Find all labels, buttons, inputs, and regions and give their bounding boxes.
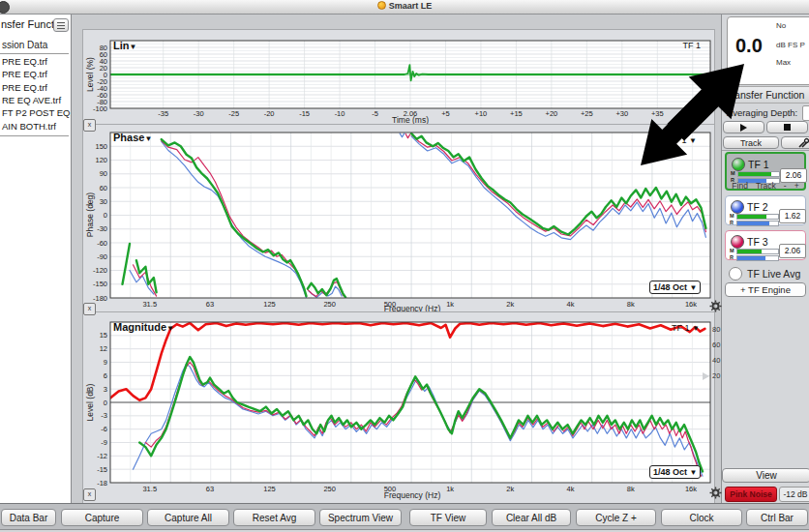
- tf-engine-led: [731, 200, 744, 214]
- tf-engine-controls: FindTrack-+: [727, 181, 804, 191]
- toolbar-button-data-bar[interactable]: Data Bar: [1, 509, 56, 526]
- tf-engine-card-2[interactable]: TF 2MR1.62: [725, 195, 806, 225]
- toolbar-button-spectrum-view[interactable]: Spectrum View: [319, 509, 402, 526]
- tf-control--[interactable]: +: [794, 181, 799, 191]
- smaart-window: Smaart LE nsfer Function ssion Data PRE …: [0, 0, 809, 532]
- svg-text:-6: -6: [101, 425, 107, 433]
- toolbar-button-tf-view[interactable]: TF View: [409, 509, 487, 526]
- sidebar-file-item[interactable]: PRE EQ.trf: [2, 56, 47, 69]
- tf-live-avg-led[interactable]: [729, 267, 742, 281]
- impulse-plot-type-selector[interactable]: Lin▼: [113, 40, 136, 51]
- tf-control-find[interactable]: Find: [732, 181, 748, 191]
- panel-section-title: Transfer Function: [721, 86, 809, 103]
- tf-delay-value[interactable]: 2.06: [779, 244, 806, 258]
- toolbar-button-capture-all[interactable]: Capture All: [147, 509, 229, 526]
- app-icon: [377, 1, 386, 10]
- meter-r-fill: [737, 222, 769, 225]
- tf-engine-card-1[interactable]: TF 1MR2.06FindTrack-+: [725, 152, 806, 191]
- svg-text:31.5: 31.5: [142, 300, 157, 309]
- svg-text:250: 250: [323, 485, 336, 493]
- right-scale-value: 80: [712, 325, 720, 334]
- magnitude-plot-pane: 15129630-3-6-9-12-15-1831.5631252505001k…: [82, 311, 715, 505]
- svg-text:+25: +25: [581, 109, 593, 118]
- svg-text:-3: -3: [101, 411, 107, 420]
- svg-text:+20: +20: [546, 109, 558, 118]
- svg-text:-25: -25: [228, 109, 239, 118]
- titlebar: Smaart LE: [0, 0, 809, 15]
- meter-m-fill: [738, 172, 771, 176]
- readout-units-label: dB FS P: [776, 41, 805, 49]
- svg-text:-12: -12: [97, 452, 107, 460]
- phase-chart-svg: 1501209060300-30-60-90-120-150-18031.563…: [83, 125, 714, 312]
- svg-text:15: 15: [100, 331, 107, 340]
- toolbar-button-clock[interactable]: Clock: [661, 509, 742, 526]
- toolbar-button-reset-avg[interactable]: Reset Avg: [233, 509, 315, 526]
- close-pane-icon[interactable]: x: [83, 119, 96, 132]
- svg-text:-30: -30: [97, 224, 107, 233]
- averaging-depth-label: Averaging Depth:: [727, 107, 797, 118]
- sidebar-file-item[interactable]: FT P2 POST EQ.trf: [2, 107, 72, 120]
- svg-text:90: 90: [100, 169, 107, 178]
- meter-m-label: M: [730, 248, 734, 253]
- pink-noise-button[interactable]: Pink Noise: [725, 487, 777, 502]
- view-button[interactable]: View: [722, 468, 809, 483]
- sidebar-file-item[interactable]: PRE EQ.trf: [2, 82, 47, 95]
- toolbar-button-ctrl-bar[interactable]: Ctrl Bar: [746, 509, 808, 526]
- sidebar-divider: [0, 135, 69, 136]
- phase-trace-selector[interactable]: TF 1 ▼: [669, 135, 697, 145]
- svg-text:16k: 16k: [685, 485, 697, 493]
- svg-text:-10: -10: [335, 109, 345, 118]
- track-button[interactable]: Track: [723, 136, 779, 149]
- right-scale-value: 20: [712, 371, 720, 380]
- stop-button[interactable]: [766, 121, 808, 133]
- pink-noise-level[interactable]: -12 dB: [779, 487, 809, 502]
- bottom-toolbar: Data BarCaptureCapture AllReset AvgSpect…: [0, 503, 809, 532]
- meter-m-label: M: [731, 170, 735, 176]
- tf-delay-value[interactable]: 1.62: [779, 209, 806, 223]
- svg-text:-100: -100: [93, 104, 107, 113]
- toolbar-button-cycle-z-[interactable]: Cycle Z +: [576, 509, 656, 526]
- svg-text:-60: -60: [97, 239, 107, 248]
- phase-plot-type-selector[interactable]: Phase▼: [113, 132, 152, 143]
- gear-icon[interactable]: [709, 300, 722, 312]
- magnitude-trace-selector[interactable]: TF 1 ▼: [672, 323, 700, 333]
- level-readout-card: 0.0 No dB FS P Max: [727, 16, 809, 85]
- averaging-depth-input[interactable]: [802, 105, 809, 121]
- right-scale-value: 40: [712, 356, 720, 365]
- sidebar-file-item[interactable]: AIN BOTH.trf: [2, 121, 56, 133]
- toolbar-button-capture[interactable]: Capture: [61, 509, 143, 526]
- readout-source-label: No: [776, 21, 786, 30]
- svg-text:16k: 16k: [685, 300, 697, 309]
- svg-text:-180: -180: [93, 294, 107, 303]
- sidebar-file-item[interactable]: RE EQ AVE.trf: [2, 95, 61, 107]
- gear-icon[interactable]: [709, 487, 722, 499]
- sidebar-file-item[interactable]: PRE EQ.trf: [2, 69, 47, 81]
- meter-m-label: M: [730, 213, 734, 219]
- meter-m-fill: [737, 215, 766, 219]
- add-tf-engine-button[interactable]: + TF Engine: [725, 282, 806, 297]
- meter-m-fill: [737, 250, 762, 253]
- sidebar: nsfer Function ssion Data PRE EQ.trfPRE …: [0, 14, 72, 503]
- svg-text:-120: -120: [93, 266, 107, 275]
- play-button[interactable]: [723, 121, 764, 133]
- menu-icon[interactable]: [53, 18, 69, 32]
- window-title: Smaart LE: [0, 1, 809, 11]
- level-readout-value: 0.0: [735, 35, 763, 57]
- close-pane-icon[interactable]: x: [83, 488, 96, 501]
- svg-text:6: 6: [104, 371, 107, 380]
- tf-engine-card-3[interactable]: TF 3MR2.06: [725, 230, 806, 260]
- svg-text:63: 63: [206, 300, 214, 309]
- magnitude-octave-banding-selector[interactable]: 1/48 Oct ▼: [649, 465, 701, 479]
- tf-control--[interactable]: -: [784, 181, 787, 191]
- right-scale-value: 60: [712, 340, 720, 349]
- svg-text:63: 63: [206, 485, 214, 493]
- magnitude-plot-type-selector[interactable]: Magnitude▼: [113, 321, 174, 333]
- phase-octave-banding-selector[interactable]: 1/48 Oct ▼: [649, 281, 701, 294]
- tf-control-track[interactable]: Track: [756, 181, 776, 191]
- close-pane-icon[interactable]: x: [83, 303, 96, 315]
- tools-button[interactable]: [781, 136, 809, 149]
- phase-y-axis-label: Phase (deg): [85, 181, 95, 249]
- toolbar-button-clear-all-db[interactable]: Clear All dB: [492, 509, 571, 526]
- svg-text:60: 60: [100, 184, 107, 192]
- scale-pointer-icon[interactable]: [703, 372, 709, 380]
